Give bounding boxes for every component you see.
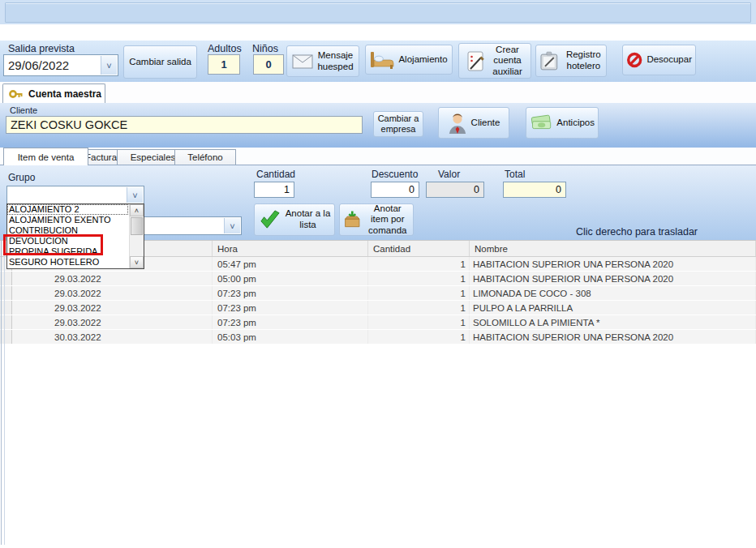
tab-item-de-venta[interactable]: Item de venta: [3, 148, 88, 165]
cell-nombre: PULPO A LA PARRILLA: [470, 301, 756, 315]
ninos-field[interactable]: 0: [253, 54, 284, 75]
anticipos-label: Anticipos: [556, 118, 595, 129]
cell-cantidad: 1: [368, 257, 470, 271]
cambiar-salida-button[interactable]: Cambiar salida: [123, 45, 197, 79]
cantidad-value: 1: [284, 184, 290, 195]
col-nombre[interactable]: Nombre: [470, 241, 756, 256]
dropdown-option[interactable]: SEGURO HOTELERO: [7, 257, 128, 268]
col-hora[interactable]: Hora: [213, 241, 368, 256]
cliente-name-value: ZEKI COSKU GOKCE: [11, 118, 127, 131]
row-selector[interactable]: [0, 286, 12, 300]
client-panel: Cliente ZEKI COSKU GOKCE Cambiar a empre…: [0, 103, 756, 148]
tab-label: Teléfono: [187, 152, 222, 162]
grupo-select[interactable]: [6, 186, 144, 204]
devolucion-highlight-annotation: [3, 234, 103, 255]
col-cantidad[interactable]: Cantidad: [368, 241, 470, 256]
left-edge-line: [1, 240, 2, 545]
total-label: Total: [505, 169, 525, 180]
cell-hora: 07:23 pm: [213, 301, 368, 315]
cell-hora: 07:23 pm: [213, 315, 368, 329]
left-edge-line: [4, 240, 5, 545]
dropdown-scrollbar[interactable]: [129, 204, 144, 268]
window-tab-bar: Rack de habitaciones Cuenta Habitacion: …: [0, 24, 756, 41]
anotar-item-por-comanda-button[interactable]: Anotar item por comanda: [339, 203, 414, 236]
dropdown-option[interactable]: ALOJAMIENTO 2: [7, 204, 128, 215]
salida-prevista-label: Salida prevista: [8, 43, 75, 54]
table-row[interactable]: 29.03.2022 07:23 pm 1 PULPO A LA PARRILL…: [0, 301, 756, 315]
cliente-name-field[interactable]: ZEKI COSKU GOKCE: [6, 116, 363, 134]
cell-hora: 05:47 pm: [213, 257, 368, 271]
ninos-label: Niños: [252, 43, 278, 54]
salida-date-value: 29/06/2022: [8, 55, 69, 75]
desocupar-button[interactable]: Desocupar: [622, 45, 696, 75]
cuenta-maestra-label: Cuenta maestra: [28, 88, 101, 100]
tab-telefono[interactable]: Teléfono: [174, 149, 236, 165]
crear-cuenta-auxiliar-label: Crear cuenta auxiliar: [490, 45, 526, 78]
row-selector[interactable]: [0, 315, 12, 329]
anotar-a-la-lista-label: Anotar a la lista: [286, 208, 331, 230]
cell-cantidad: 1: [368, 330, 470, 344]
alojamiento-label: Alojamiento: [398, 54, 447, 66]
tab-label: Especiales: [131, 152, 176, 162]
scrollbar-thumb[interactable]: [131, 217, 143, 235]
descuento-field[interactable]: 0: [371, 182, 419, 198]
grupo-label: Grupo: [8, 172, 35, 183]
cell-fecha: 30.03.2022: [12, 330, 213, 344]
alojamiento-button[interactable]: Alojamiento: [365, 45, 453, 75]
total-value: 0: [556, 184, 561, 195]
green-check-icon: [259, 210, 281, 229]
mensaje-huesped-button[interactable]: Mensaje huesped: [286, 45, 359, 77]
total-field: 0: [503, 182, 566, 198]
table-row[interactable]: 30.03.2022 05:03 pm 1 HABITACION SUPERIO…: [0, 330, 756, 344]
cell-nombre: HABITACION SUPERIOR UNA PERSONA 2020: [470, 330, 756, 344]
row-selector[interactable]: [0, 330, 12, 344]
desocupar-label: Desocupar: [646, 54, 692, 66]
mensaje-huesped-label: Mensaje huesped: [317, 50, 354, 72]
scroll-down-icon[interactable]: [130, 256, 144, 268]
anotar-item-por-comanda-label: Anotar item por comanda: [366, 203, 410, 237]
title-strip-panel: [5, 2, 751, 23]
cell-cantidad: 1: [368, 315, 470, 329]
money-icon: [530, 113, 552, 132]
cell-nombre: LIMONADA DE COCO - 308: [470, 286, 756, 300]
app-window: Rack de habitaciones Cuenta Habitacion: …: [0, 0, 756, 548]
traslado-hint: Clic derecho para trasladar: [519, 226, 754, 238]
tab-cuenta-maestra[interactable]: Cuenta maestra: [2, 83, 105, 103]
row-selector[interactable]: [0, 301, 12, 315]
chevron-down-icon[interactable]: [127, 187, 143, 203]
adultos-field[interactable]: 1: [208, 54, 240, 75]
scroll-up-icon[interactable]: [130, 204, 144, 216]
cell-hora: 05:03 pm: [213, 330, 368, 344]
anticipos-button[interactable]: Anticipos: [526, 107, 599, 139]
chevron-down-icon[interactable]: [224, 218, 240, 233]
key-icon: [9, 88, 24, 100]
salida-date-select[interactable]: 29/06/2022: [3, 54, 118, 76]
title-strip: [0, 0, 756, 25]
cliente-button-label: Cliente: [471, 118, 500, 129]
cell-hora: 07:23 pm: [213, 286, 368, 300]
table-row[interactable]: 29.03.2022 05:00 pm 1 HABITACION SUPERIO…: [0, 272, 756, 285]
cell-nombre: HABITACION SUPERIOR UNA PERSONA 2020: [470, 272, 756, 285]
toolbar: Salida prevista 29/06/2022 Cambiar salid…: [0, 41, 756, 82]
tab-label: Facturar: [85, 152, 120, 162]
clipboard-icon: [539, 51, 561, 71]
chevron-down-icon[interactable]: [101, 56, 117, 75]
dropdown-option[interactable]: ALOJAMIENTO EXENTO: [7, 215, 128, 225]
account-tab-strip: [0, 82, 756, 103]
cliente-button[interactable]: Cliente: [438, 107, 509, 139]
table-row[interactable]: 29.03.2022 07:23 pm 1 SOLOMILLO A LA PIM…: [0, 315, 756, 329]
cliente-label: Cliente: [10, 105, 37, 115]
row-selector[interactable]: [0, 272, 12, 285]
registro-hotelero-button[interactable]: Registro hotelero: [535, 45, 607, 77]
table-row[interactable]: 29.03.2022 07:23 pm 1 LIMONADA DE COCO -…: [0, 286, 756, 300]
cambiar-salida-label: Cambiar salida: [129, 57, 191, 68]
cantidad-field[interactable]: 1: [254, 182, 294, 198]
cell-cantidad: 1: [368, 272, 470, 285]
envelope-icon: [292, 54, 313, 69]
cell-fecha: 29.03.2022: [12, 286, 213, 300]
anotar-a-la-lista-button[interactable]: Anotar a la lista: [254, 203, 335, 236]
comanda-box-icon: [343, 209, 362, 230]
crear-cuenta-auxiliar-button[interactable]: Crear cuenta auxiliar: [458, 43, 531, 79]
cambiar-a-empresa-button[interactable]: Cambiar a empresa: [373, 111, 423, 137]
cell-fecha: 29.03.2022: [12, 315, 213, 329]
